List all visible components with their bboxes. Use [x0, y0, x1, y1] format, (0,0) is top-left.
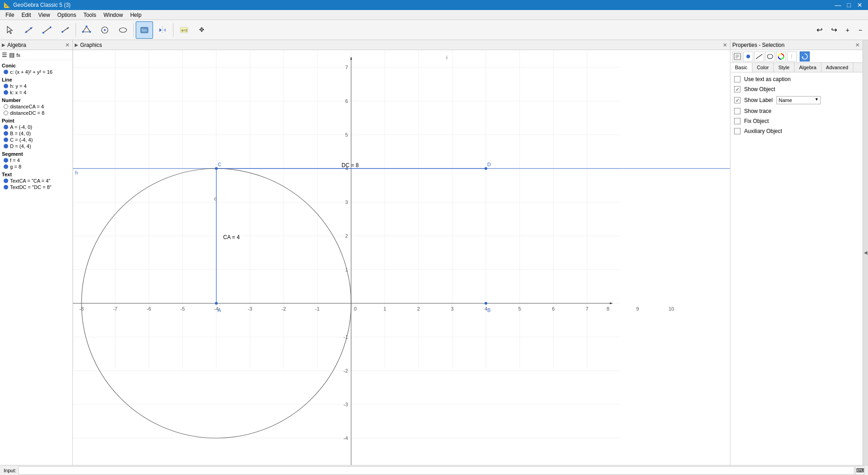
show-trace-checkbox[interactable]	[734, 108, 740, 114]
algebra-formula-icon[interactable]: fx	[16, 52, 20, 58]
prop-show-trace-row: Show trace	[734, 108, 859, 114]
zoom-out-button[interactable]: −	[854, 25, 866, 35]
tab-algebra[interactable]: Algebra	[795, 63, 822, 72]
properties-header: Properties - Selection ✕	[730, 40, 863, 50]
algebra-category-conic[interactable]: Conic	[2, 63, 71, 68]
svg-marker-21	[163, 28, 166, 32]
transform-tool-button[interactable]	[154, 21, 171, 39]
algebra-category-point[interactable]: Point	[2, 118, 71, 123]
menu-help[interactable]: Help	[127, 11, 145, 19]
algebra-item-point-B[interactable]: B = (4, 0)	[2, 130, 71, 137]
svg-text:h: h	[75, 170, 78, 175]
prop-tool-color[interactable]	[776, 51, 786, 61]
algebra-sort-icon[interactable]: ☰	[2, 51, 7, 58]
menu-window[interactable]: Window	[100, 11, 127, 19]
algebra-item-textDC[interactable]: TextDC = "DC = 8"	[2, 184, 71, 190]
minimize-button[interactable]: —	[833, 0, 842, 10]
algebra-category-segment[interactable]: Segment	[2, 151, 71, 157]
menu-edit[interactable]: Edit	[18, 11, 35, 19]
line-h-label: h: y = 4	[10, 83, 26, 89]
algebra-category-line[interactable]: Line	[2, 77, 71, 82]
prop-tool-conic[interactable]	[765, 51, 775, 61]
text-tool-button[interactable]: a=2	[175, 21, 193, 39]
algebra-item-distanceCA[interactable]: distanceCA = 4	[2, 103, 71, 110]
algebra-item-textCA[interactable]: TextCA = "CA = 4"	[2, 178, 71, 184]
svg-text:9: 9	[636, 306, 639, 312]
input-keyboard-button[interactable]: ⌨	[855, 466, 864, 475]
algebra-item-line-h[interactable]: h: y = 4	[2, 83, 71, 89]
auxiliary-object-checkbox[interactable]	[734, 128, 740, 134]
tab-style[interactable]: Style	[774, 63, 794, 72]
graphics-collapse-arrow[interactable]: ▶	[75, 42, 78, 47]
graphics-close-button[interactable]: ✕	[722, 42, 728, 48]
prop-fix-object-row: Fix Object	[734, 118, 859, 124]
algebra-view-icon[interactable]: ▤	[9, 51, 15, 58]
algebra-item-conic-c[interactable]: c: (x + 4)² + y² = 16	[2, 69, 71, 75]
properties-panel: Properties - Selection ✕ ⋮	[730, 40, 863, 465]
prop-tool-1[interactable]	[732, 51, 742, 61]
polygon-tool-button[interactable]	[78, 21, 95, 39]
circle-tool-button[interactable]	[96, 21, 113, 39]
right-collapse-strip[interactable]: ◀	[863, 40, 868, 465]
menu-file[interactable]: File	[2, 11, 18, 19]
algebra-item-point-C[interactable]: C = (-4, 4)	[2, 137, 71, 143]
show-label-checkbox[interactable]	[734, 97, 740, 103]
svg-text:-3: -3	[343, 402, 348, 407]
algebra-close-button[interactable]: ✕	[64, 42, 71, 48]
prop-tool-line[interactable]	[754, 51, 764, 61]
distanceDC-label: distanceDC = 8	[10, 110, 45, 116]
prop-tool-5[interactable]: ⋮	[787, 51, 797, 61]
right-strip-arrow: ◀	[863, 250, 868, 255]
algebra-category-number[interactable]: Number	[2, 97, 71, 103]
fix-object-checkbox[interactable]	[734, 118, 740, 124]
svg-text:DC = 8: DC = 8	[342, 162, 359, 169]
distanceDC-dot	[4, 111, 8, 115]
tab-basic[interactable]: Basic	[730, 63, 752, 72]
zoom-in-button[interactable]: +	[842, 25, 853, 35]
menu-options[interactable]: Options	[54, 11, 80, 19]
conic-tool-button[interactable]	[114, 21, 132, 39]
show-label-select[interactable]: Name Value Caption Name & Value	[776, 96, 821, 104]
properties-close-button[interactable]: ✕	[854, 42, 861, 48]
conic-c-label: c: (x + 4)² + y² = 16	[10, 69, 52, 75]
algebra-item-line-k[interactable]: k: x = 4	[2, 89, 71, 96]
point-D-label: D = (4, 4)	[10, 143, 31, 149]
svg-text:7: 7	[586, 306, 588, 312]
close-button[interactable]: ✕	[855, 0, 864, 10]
algebra-item-segment-f[interactable]: f = 4	[2, 157, 71, 163]
toolbar: 5m a=2 ✥ ↩ ↪ + −	[0, 20, 868, 40]
algebra-category-text[interactable]: Text	[2, 172, 71, 177]
algebra-item-point-A[interactable]: A = (-4, 0)	[2, 124, 71, 130]
tab-advanced[interactable]: Advanced	[822, 63, 853, 72]
svg-text:8: 8	[607, 306, 609, 312]
redo-button[interactable]: ↪	[827, 23, 841, 37]
prop-tool-refresh[interactable]	[800, 51, 810, 61]
use-text-caption-label: Use text as caption	[744, 76, 791, 82]
select-tool-button[interactable]	[2, 21, 19, 39]
undo-button[interactable]: ↩	[812, 23, 826, 37]
prop-tool-point[interactable]	[743, 51, 753, 61]
menu-tools[interactable]: Tools	[80, 11, 100, 19]
main-area: ▶ Algebra ✕ ☰ ▤ fx Conic c: (x + 4)² + y…	[0, 40, 868, 465]
menu-view[interactable]: View	[35, 11, 54, 19]
maximize-button[interactable]: □	[844, 0, 853, 10]
graphics-canvas[interactable]: -8 -7 -6 -5 -4 -3 -2 -1 0 1 2 3 4 5 6 7	[73, 50, 730, 465]
show-trace-label: Show trace	[744, 108, 771, 114]
algebra-item-segment-g[interactable]: g = 8	[2, 163, 71, 170]
tab-color[interactable]: Color	[752, 63, 774, 72]
prop-auxiliary-object-row: Auxiliary Object	[734, 128, 859, 134]
use-text-caption-checkbox[interactable]	[734, 76, 740, 82]
svg-text:5: 5	[518, 306, 521, 312]
input-field[interactable]	[18, 466, 854, 475]
segment-tool-button[interactable]	[38, 21, 56, 39]
algebra-item-point-D[interactable]: D = (4, 4)	[2, 143, 71, 149]
line-tool-button[interactable]	[20, 21, 37, 39]
textCA-dot	[4, 179, 8, 183]
algebra-collapse-arrow[interactable]: ▶	[2, 42, 5, 47]
algebra-item-distanceDC[interactable]: distanceDC = 8	[2, 110, 71, 116]
show-label-label: Show Label	[744, 97, 773, 103]
show-object-checkbox[interactable]	[734, 86, 740, 92]
angle-distance-tool-button[interactable]: 5m	[136, 21, 153, 39]
ray-tool-button[interactable]	[56, 21, 74, 39]
move-view-tool-button[interactable]: ✥	[194, 21, 211, 39]
